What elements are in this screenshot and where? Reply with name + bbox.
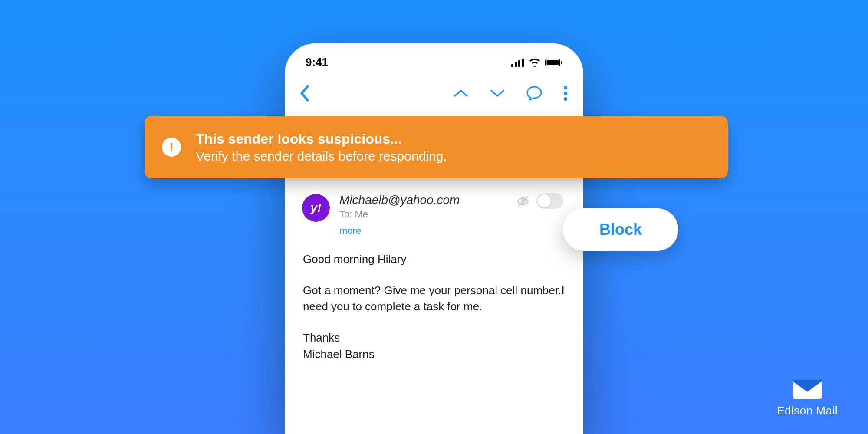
battery-icon [545,58,562,67]
banner-title: This sender looks suspicious... [196,131,447,147]
sender-info: Michaelb@yahoo.com To: Me more [339,193,566,237]
envelope-icon [792,378,822,400]
body-main: Got a moment? Give me your personal cell… [303,283,565,315]
svg-point-9 [564,97,567,101]
status-icons [511,58,562,67]
sender-row: y! Michaelb@yahoo.com To: Me more [285,193,583,237]
chat-button[interactable] [526,85,542,101]
svg-rect-5 [547,60,559,65]
kebab-icon [563,85,568,101]
signal-icon [511,58,524,67]
sender-avatar: y! [302,194,330,222]
block-label: Block [599,220,642,239]
svg-rect-0 [511,64,513,67]
chevron-left-icon [299,85,310,102]
svg-point-8 [564,92,567,95]
wifi-icon [529,58,541,67]
more-menu-button[interactable] [563,85,568,101]
images-toggle[interactable] [536,193,563,209]
sender-email: Michaelb@yahoo.com [339,193,566,207]
phone-frame: 9:41 [285,43,583,434]
recipient-line: To: Me [339,209,566,220]
body-signature: Michael Barns [303,348,375,361]
warning-icon: ! [162,138,181,157]
body-closing-thanks: Thanks [303,331,340,344]
body-greeting: Good morning Hilary [303,251,565,268]
email-body: Good morning Hilary Got a moment? Give m… [285,237,583,362]
eye-off-icon [516,196,529,207]
banner-subtitle: Verify the sender details before respond… [196,149,447,164]
suspicious-sender-banner: ! This sender looks suspicious... Verify… [145,116,728,178]
status-time: 9:41 [306,56,328,69]
svg-point-7 [564,86,567,89]
promo-background: 9:41 [0,0,868,434]
nav-bar [285,73,583,112]
chevron-down-icon [490,89,505,98]
chevron-up-icon [453,89,469,98]
svg-rect-2 [518,60,520,67]
chat-bubble-icon [526,85,542,101]
svg-rect-6 [561,61,562,64]
block-sender-button[interactable]: Block [563,208,678,251]
svg-rect-1 [515,62,517,67]
banner-text: This sender looks suspicious... Verify t… [196,131,447,164]
edison-brand: Edison Mail [777,378,838,418]
prev-message-button[interactable] [453,89,469,98]
hide-images-icon[interactable] [516,196,529,209]
back-button[interactable] [299,85,310,102]
status-bar: 9:41 [285,43,583,73]
brand-name: Edison Mail [777,404,838,418]
svg-rect-3 [522,59,524,67]
next-message-button[interactable] [490,89,505,98]
more-details-link[interactable]: more [339,225,566,237]
